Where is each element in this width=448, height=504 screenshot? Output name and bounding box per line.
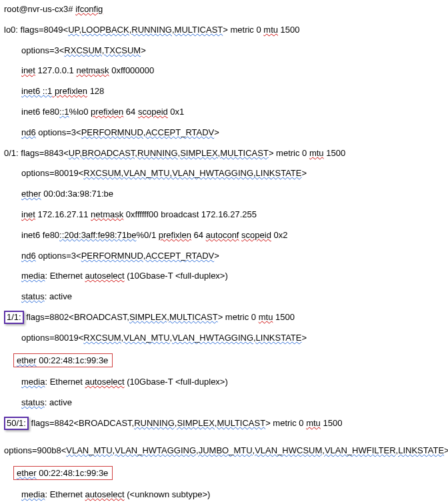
if01-media: media: Ethernet autoselect (10Gbase-T <f… [21, 269, 444, 283]
if01-status: status: active [21, 290, 444, 304]
if501-media: media: Ethernet autoselect (<unknown sub… [21, 488, 444, 502]
command: ifconfig [75, 4, 103, 14]
if501-tag-box: 50/1: [4, 417, 29, 430]
if501-ether-box: ether 00:22:48:1c:99:3e [13, 466, 113, 481]
prompt: root@nvr-us-cx3# [4, 4, 73, 14]
if01-options: options=80019<RXCSUM,VLAN_MTU,VLAN_HWTAG… [21, 167, 444, 181]
if11-status: status: active [21, 396, 444, 410]
if501-options: options=900b8<VLAN_MTU,VLAN_HWTAGGING,JU… [4, 444, 444, 458]
if11-tag-box: 1/1: [4, 311, 24, 324]
lo0-inet6-a: inet6 ::1 prefixlen 128 [21, 85, 444, 99]
if01-header: 0/1: flags=8843<UP,BROADCAST,RUNNING,SIM… [4, 147, 444, 161]
lo0-inet6-b: inet6 fe80::1%lo0 prefixlen 64 scopeid 0… [21, 105, 444, 119]
if11-header: 1/1: flags=8802<BROADCAST,SIMPLEX,MULTIC… [4, 311, 444, 325]
prompt-line: root@nvr-us-cx3# ifconfig [4, 3, 444, 17]
if11-ether-box-row: ether 00:22:48:1c:99:3e [4, 353, 444, 368]
lo0-options: options=3<RXCSUM,TXCSUM> [21, 44, 444, 58]
if01-inet6: inet6 fe80::20d:3aff:fe98:71be%0/1 prefi… [21, 229, 444, 243]
if501-header: 50/1: flags=8842<BROADCAST,RUNNING,SIMPL… [4, 417, 444, 431]
if11-ether-box: ether 00:22:48:1c:99:3e [13, 353, 113, 368]
lo0-inet: inet 127.0.0.1 netmask 0xff000000 [21, 64, 444, 78]
if501-ether-box-row: ether 00:22:48:1c:99:3e [4, 466, 444, 481]
if01-inet: inet 172.16.27.11 netmask 0xffffff00 bro… [21, 208, 444, 222]
if11-options: options=80019<RXCSUM,VLAN_MTU,VLAN_HWTAG… [21, 331, 444, 345]
lo0-header: lo0: flags=8049<UP,LOOPBACK,RUNNING,MULT… [4, 23, 444, 37]
if11-media: media: Ethernet autoselect (10Gbase-T <f… [21, 375, 444, 389]
if01-nd6: nd6 options=3<PERFORMNUD,ACCEPT_RTADV> [21, 249, 444, 263]
lo0-nd6: nd6 options=3<PERFORMNUD,ACCEPT_RTADV> [21, 126, 444, 140]
if01-ether: ether 00:0d:3a:98:71:be [21, 187, 444, 201]
